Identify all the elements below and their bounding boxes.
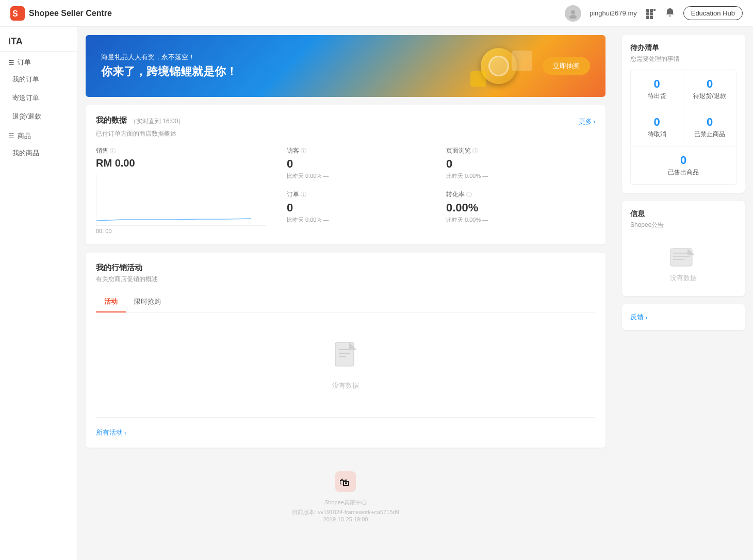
svg-text:🛍: 🛍 [339, 476, 350, 488]
info-empty: 没有数据 [630, 236, 736, 288]
sidebar-item-returns[interactable]: 退货/退款 [0, 107, 77, 126]
conversion-compare: 比昨天 0.00% — [446, 216, 595, 224]
pending-return-num: 0 [683, 77, 736, 91]
empty-document-icon [96, 341, 595, 377]
sidebar-item-my-products[interactable]: 我的商品 [0, 144, 77, 162]
page-footer: 🛍 Shopee卖家中心 目前版本: vv191024-framework+ca… [86, 456, 605, 533]
svg-rect-10 [650, 16, 653, 19]
marketing-card: 我的行销活动 有关您商店促销的概述 活动 限时抢购 没有数据 [86, 253, 605, 448]
sidebar-section-orders[interactable]: ☰ 订单 [0, 53, 77, 70]
my-data-subtitle: 已付订单方面的商店数据概述 [96, 129, 595, 138]
education-hub-button[interactable]: Education Hub [683, 6, 743, 20]
pending-banned[interactable]: 0 已禁止商品 [683, 108, 736, 146]
pending-subtitle: 您需要处理的事情 [630, 55, 736, 63]
orders-metric: 订单 ⓘ 0 比昨天 0.00% — [287, 190, 436, 224]
svg-rect-9 [646, 16, 649, 19]
pending-ship[interactable]: 0 待出货 [631, 70, 683, 108]
feedback-link[interactable]: 反馈 › [630, 312, 736, 322]
pending-cancel-num: 0 [631, 116, 683, 129]
pending-sold[interactable]: 0 已售出商品 [630, 146, 736, 185]
pending-card: 待办清单 您需要处理的事情 0 待出货 0 待退货/退款 0 待取消 0 已禁止… [622, 35, 745, 193]
tab-flash-sale[interactable]: 限时抢购 [126, 292, 169, 312]
orders-label: 订单 [287, 190, 299, 199]
feedback-card: 反馈 › [622, 304, 745, 330]
my-data-title: 我的数据 [96, 116, 127, 125]
svg-rect-8 [650, 12, 653, 15]
svg-point-2 [571, 10, 575, 14]
pageviews-value: 0 [446, 157, 595, 171]
apps-icon[interactable] [645, 8, 657, 19]
pageviews-info-icon: ⓘ [472, 147, 478, 155]
sales-label: 销售 ⓘ [96, 146, 266, 155]
banner-lottery-button[interactable]: 立即抽奖 [543, 57, 590, 75]
pending-sold-num: 0 [631, 154, 736, 167]
data-header: 我的数据 （实时直到 16:00） 更多 › [96, 116, 595, 127]
avatar [565, 5, 581, 22]
banner-line2: 你来了，跨境锦鲤就是你！ [101, 64, 470, 79]
visitors-value: 0 [287, 157, 436, 171]
orders-section-icon: ☰ [8, 59, 14, 67]
visitors-compare: 比昨天 0.00% — [287, 172, 436, 180]
pending-ship-label: 待出货 [631, 92, 683, 101]
products-section-label: 商品 [18, 131, 31, 141]
products-section-icon: ☰ [8, 132, 14, 140]
marketing-subtitle: 有关您商店促销的概述 [96, 275, 595, 284]
visitors-label: 访客 [287, 146, 299, 155]
info-empty-text: 没有数据 [630, 273, 736, 283]
pending-banned-num: 0 [683, 116, 736, 129]
orders-section-label: 订单 [18, 58, 31, 67]
all-activities-link[interactable]: 所有活动 › [96, 424, 595, 437]
my-data-card: 我的数据 （实时直到 16:00） 更多 › 已付订单方面的商店数据概述 销售 … [86, 105, 605, 244]
sidebar-item-my-orders[interactable]: 我的订单 [0, 70, 77, 89]
sidebar-section-products[interactable]: ☰ 商品 [0, 126, 77, 144]
pending-cancel[interactable]: 0 待取消 [631, 108, 683, 146]
info-empty-icon [668, 246, 699, 272]
svg-rect-4 [646, 9, 649, 12]
orders-info-icon: ⓘ [301, 191, 306, 199]
pageviews-label: 页面浏览 [446, 146, 471, 155]
conversion-metric: 转化率 ⓘ 0.00% 比昨天 0.00% — [446, 190, 595, 224]
right-sidebar: 待办清单 您需要处理的事情 0 待出货 0 待退货/退款 0 待取消 0 已禁止… [614, 27, 753, 560]
conversion-value: 0.00% [446, 201, 595, 215]
main-content: 海量礼品人人有奖，永不落空！ 你来了，跨境锦鲤就是你！ 立即抽奖 我的数据 （实… [77, 27, 614, 560]
banner: 海量礼品人人有奖，永不落空！ 你来了，跨境锦鲤就是你！ 立即抽奖 [86, 35, 605, 97]
more-label: 更多 [579, 117, 592, 126]
sidebar: iTA ☰ 订单 我的订单 寄送订单 退货/退款 ☰ 商品 我的商品 [0, 27, 77, 560]
ita-label: iTA [0, 32, 77, 52]
svg-rect-6 [653, 9, 656, 11]
info-subtitle: Shopee公告 [630, 221, 736, 229]
feedback-arrow-icon: › [645, 314, 647, 321]
footer-date: 2019-10-25 19:00 [86, 516, 605, 522]
logo: S Shopee Seller Centre [10, 6, 112, 21]
bell-icon[interactable] [665, 7, 675, 19]
pending-sold-label: 已售出商品 [631, 168, 736, 177]
info-card: 信息 Shopee公告 没有数据 [622, 201, 745, 296]
feedback-label: 反馈 [630, 312, 644, 322]
pending-cancel-label: 待取消 [631, 130, 683, 139]
banner-line1: 海量礼品人人有奖，永不落空！ [101, 53, 470, 62]
pending-banned-label: 已禁止商品 [683, 130, 736, 139]
all-activities-label: 所有活动 [96, 428, 123, 437]
visitors-metric: 访客 ⓘ 0 比昨天 0.00% — [287, 146, 436, 190]
header-right: pinghui2679.my Education Hub [565, 5, 743, 22]
tab-activities[interactable]: 活动 [96, 292, 126, 312]
pending-return[interactable]: 0 待退货/退款 [683, 70, 736, 108]
marketing-empty: 没有数据 [96, 321, 595, 411]
more-link[interactable]: 更多 › [579, 117, 595, 126]
marketing-title: 我的行销活动 [96, 263, 595, 273]
shopee-logo-icon: S [10, 6, 25, 21]
layout: iTA ☰ 订单 我的订单 寄送订单 退货/退款 ☰ 商品 我的商品 海量礼品人… [0, 27, 753, 560]
chart-time-label: 00: 00 [96, 228, 266, 234]
svg-point-3 [569, 15, 577, 19]
visitors-info-icon: ⓘ [301, 147, 306, 155]
sales-info-icon: ⓘ [110, 147, 116, 155]
header: S Shopee Seller Centre pinghui2679.my Ed… [0, 0, 753, 27]
pageviews-compare: 比昨天 0.00% — [446, 172, 595, 180]
pending-title: 待办清单 [630, 43, 736, 53]
sidebar-item-ship-orders[interactable]: 寄送订单 [0, 89, 77, 107]
sales-chart [96, 174, 266, 226]
svg-rect-5 [650, 9, 653, 12]
marketing-empty-text: 没有数据 [96, 381, 595, 390]
svg-text:S: S [12, 9, 18, 18]
logo-text: Shopee Seller Centre [29, 9, 112, 18]
